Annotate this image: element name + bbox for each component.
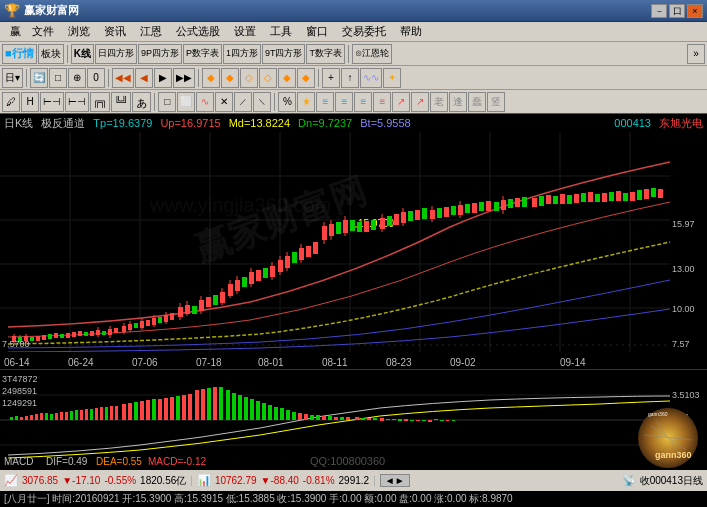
btn-seg3[interactable]: ╔╗ bbox=[90, 92, 110, 112]
menu-item-news[interactable]: 资讯 bbox=[98, 23, 132, 40]
btn-eq2[interactable]: ≡ bbox=[335, 92, 353, 112]
btn-t1[interactable]: 🔄 bbox=[30, 68, 48, 88]
svg-rect-188 bbox=[207, 388, 211, 420]
sep10: | bbox=[373, 475, 376, 486]
bt-value: Bt=5.9558 bbox=[360, 117, 410, 129]
scroll-area[interactable]: ◄► bbox=[380, 474, 410, 487]
btn-diamond6[interactable]: ◆ bbox=[297, 68, 315, 88]
date-0811: 08-11 bbox=[322, 357, 348, 368]
menu-item-formula[interactable]: 公式选股 bbox=[170, 23, 226, 40]
menu-item-file[interactable]: 赢 文件 bbox=[4, 23, 60, 40]
svg-rect-169 bbox=[95, 408, 98, 420]
btn-draw-icon[interactable]: 🖊 bbox=[2, 92, 20, 112]
svg-rect-225 bbox=[434, 419, 438, 420]
btn-cross[interactable]: ✕ bbox=[215, 92, 233, 112]
btn-diamond3[interactable]: ◇ bbox=[240, 68, 258, 88]
btn-misc[interactable]: ✦ bbox=[383, 68, 401, 88]
svg-rect-131 bbox=[602, 193, 607, 202]
svg-rect-214 bbox=[367, 418, 371, 420]
btn-arrow-left[interactable]: ◀ bbox=[135, 68, 153, 88]
btn-diamond2[interactable]: ◆ bbox=[221, 68, 239, 88]
btn-p4[interactable]: 日四方形 bbox=[95, 44, 137, 64]
date-0914: 09-14 bbox=[560, 357, 586, 368]
date-0706: 07-06 bbox=[132, 357, 158, 368]
btn-rect2[interactable]: ⬜ bbox=[177, 92, 195, 112]
menu-item-settings[interactable]: 设置 bbox=[228, 23, 262, 40]
menu-item-help[interactable]: 帮助 bbox=[394, 23, 428, 40]
btn-old2[interactable]: 逢 bbox=[449, 92, 467, 112]
svg-rect-217 bbox=[386, 419, 390, 420]
btn-refresh[interactable]: 日▾ bbox=[2, 68, 23, 88]
btn-eq5[interactable]: ↗ bbox=[392, 92, 410, 112]
btn-diamond1[interactable]: ◆ bbox=[202, 68, 220, 88]
btn-eq3[interactable]: ≡ bbox=[354, 92, 372, 112]
btn-seg5[interactable]: ぁ bbox=[132, 92, 151, 112]
btn-line2[interactable]: ⟍ bbox=[253, 92, 271, 112]
btn-arrow-right[interactable]: ▶ bbox=[154, 68, 172, 88]
btn-diamond4[interactable]: ◇ bbox=[259, 68, 277, 88]
sep9: | bbox=[190, 475, 193, 486]
btn-arrow-right2[interactable]: ▶▶ bbox=[173, 68, 195, 88]
btn-quotes[interactable]: ■行情 bbox=[2, 44, 37, 64]
svg-rect-174 bbox=[122, 404, 126, 420]
btn-wave[interactable]: ∿∿ bbox=[360, 68, 382, 88]
svg-rect-59 bbox=[213, 295, 218, 305]
menu-item-gann[interactable]: 江恩 bbox=[134, 23, 168, 40]
btn-pnum[interactable]: P数字表 bbox=[183, 44, 222, 64]
btn-gann-wheel[interactable]: ⊙江恩轮 bbox=[352, 44, 392, 64]
btn-seg2[interactable]: ⊢⊣ bbox=[65, 92, 89, 112]
btn-seg4[interactable]: ╚╝ bbox=[111, 92, 131, 112]
close-button[interactable]: × bbox=[687, 4, 703, 18]
main-chart-area[interactable]: 15.9700 bbox=[0, 132, 707, 369]
btn-eq4[interactable]: ≡ bbox=[373, 92, 391, 112]
maximize-button[interactable]: 口 bbox=[669, 4, 685, 18]
btn-pct[interactable]: % bbox=[278, 92, 296, 112]
btn-9p4[interactable]: 9P四方形 bbox=[138, 44, 182, 64]
svg-rect-97 bbox=[387, 216, 392, 226]
btn-expand[interactable]: » bbox=[687, 44, 705, 64]
svg-rect-189 bbox=[213, 387, 217, 420]
app-icon: 🏆 bbox=[4, 3, 20, 18]
svg-rect-137 bbox=[644, 189, 649, 199]
btn-H[interactable]: H bbox=[21, 92, 39, 112]
btn-old1[interactable]: 老 bbox=[430, 92, 448, 112]
btn-seg1[interactable]: ⊢⊣ bbox=[40, 92, 64, 112]
btn-up-arrow[interactable]: ↑ bbox=[341, 68, 359, 88]
btn-plus[interactable]: + bbox=[322, 68, 340, 88]
svg-rect-194 bbox=[244, 397, 248, 420]
svg-text:gann360: gann360 bbox=[648, 411, 668, 417]
btn-star[interactable]: ★ bbox=[297, 92, 315, 112]
title-bar-left: 🏆 赢家财富网 bbox=[4, 3, 79, 18]
menu-item-window[interactable]: 窗口 bbox=[300, 23, 334, 40]
menu-item-trade[interactable]: 交易委托 bbox=[336, 23, 392, 40]
btn-line1[interactable]: ⟋ bbox=[234, 92, 252, 112]
menu-item-tools[interactable]: 工具 bbox=[264, 23, 298, 40]
minimize-button[interactable]: － bbox=[651, 4, 667, 18]
svg-rect-80 bbox=[306, 246, 311, 257]
btn-num0[interactable]: 0 bbox=[87, 68, 105, 88]
btn-old4[interactable]: 竖 bbox=[487, 92, 505, 112]
market-icon: 📈 bbox=[4, 474, 18, 487]
svg-rect-198 bbox=[268, 405, 272, 420]
svg-rect-58 bbox=[206, 297, 211, 307]
btn-arrow-left2[interactable]: ◀◀ bbox=[112, 68, 134, 88]
menu-item-browse[interactable]: 浏览 bbox=[62, 23, 96, 40]
btn-kline[interactable]: K线 bbox=[71, 44, 94, 64]
btn-rect1[interactable]: □ bbox=[158, 92, 176, 112]
btn-tnum[interactable]: T数字表 bbox=[306, 44, 345, 64]
btn-9t4[interactable]: 9T四方形 bbox=[262, 44, 306, 64]
btn-wave2[interactable]: ∿ bbox=[196, 92, 214, 112]
btn-old3[interactable]: 蠢 bbox=[468, 92, 486, 112]
btn-sector[interactable]: 板块 bbox=[38, 44, 64, 64]
svg-rect-209 bbox=[334, 417, 338, 420]
btn-t3[interactable]: ⊕ bbox=[68, 68, 86, 88]
window-controls: － 口 × bbox=[651, 4, 703, 18]
btn-1-4[interactable]: 1四方形 bbox=[223, 44, 261, 64]
svg-text:3.5103: 3.5103 bbox=[672, 390, 700, 400]
toolbar-nav: 日▾ 🔄 □ ⊕ 0 ◀◀ ◀ ▶ ▶▶ ◆ ◆ ◇ ◇ ◆ ◆ + ↑ ∿∿ … bbox=[0, 66, 707, 90]
btn-eq6[interactable]: ↗ bbox=[411, 92, 429, 112]
svg-rect-70 bbox=[263, 268, 268, 278]
btn-eq1[interactable]: ≡ bbox=[316, 92, 334, 112]
btn-diamond5[interactable]: ◆ bbox=[278, 68, 296, 88]
btn-t2[interactable]: □ bbox=[49, 68, 67, 88]
